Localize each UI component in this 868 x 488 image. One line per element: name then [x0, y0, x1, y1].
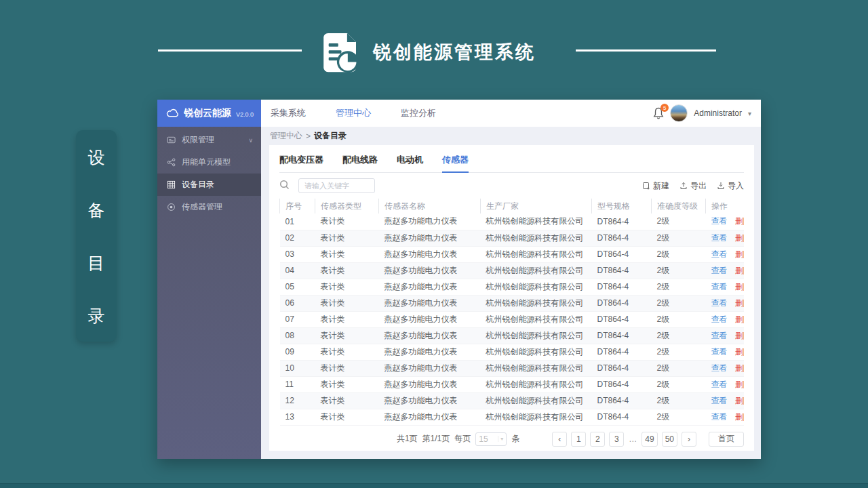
delete-link[interactable]: 删除: [735, 249, 744, 259]
search-icon[interactable]: [279, 180, 290, 192]
view-link[interactable]: 查看: [711, 282, 728, 291]
delete-link[interactable]: 删除: [735, 396, 744, 405]
cell-actions: 查看 删除: [706, 246, 745, 262]
delete-link[interactable]: 删除: [735, 314, 744, 324]
page-number-button[interactable]: 1: [571, 432, 586, 447]
main-area: 采集系统 管理中心 监控分析 5 Administrator ▾ 管理中心 >: [261, 100, 761, 459]
delete-link[interactable]: 删除: [735, 412, 744, 422]
new-button[interactable]: 新建: [642, 180, 669, 192]
import-button[interactable]: 导入: [717, 180, 744, 192]
topbar-right: 5 Administrator ▾: [653, 104, 751, 122]
view-link[interactable]: 查看: [711, 363, 728, 373]
cell-type: 表计类: [315, 279, 379, 295]
sidebar-item-sensor-management[interactable]: 传感器管理: [157, 196, 261, 218]
view-link[interactable]: 查看: [711, 216, 728, 226]
table-header: 序号 传感器类型 传感器名称 生产厂家 型号规格 准确度等级 操作: [280, 199, 745, 214]
delete-link[interactable]: 删除: [735, 331, 744, 340]
col-header-type: 传感器类型: [315, 199, 379, 214]
tab-motor[interactable]: 电动机: [397, 154, 423, 173]
export-button[interactable]: 导出: [679, 180, 707, 192]
avatar[interactable]: [670, 104, 688, 122]
view-link[interactable]: 查看: [711, 314, 728, 324]
nav-management-center[interactable]: 管理中心: [336, 107, 371, 119]
page-number-button[interactable]: 3: [609, 432, 624, 447]
prev-page-button[interactable]: ‹: [552, 432, 567, 447]
cell-manufacturer: 杭州锐创能源科技有限公司: [481, 262, 592, 279]
delete-link[interactable]: 删除: [735, 347, 744, 357]
sidebar-menu: 权限管理 ∨ 用能单元模型 设备目录: [157, 127, 261, 218]
breadcrumb-parent[interactable]: 管理中心: [270, 130, 302, 142]
view-link[interactable]: 查看: [711, 298, 728, 308]
cell-actions: 查看 删除: [706, 327, 745, 344]
view-link[interactable]: 查看: [711, 266, 728, 275]
delete-link[interactable]: 删除: [735, 363, 744, 373]
search-input[interactable]: [298, 178, 375, 193]
notification-badge: 5: [660, 104, 669, 112]
side-label-card: 设 备 目 录: [76, 130, 117, 342]
import-icon: [717, 182, 725, 190]
page-ellipsis: …: [628, 434, 637, 444]
delete-link[interactable]: 删除: [735, 282, 744, 291]
cell-name: 燕赵多功能电力仪表: [379, 392, 481, 409]
cell-no: 05: [280, 279, 315, 295]
table-row: 09 表计类 燕赵多功能电力仪表 杭州锐创能源科技有限公司 DT864-4 2级…: [280, 344, 745, 360]
view-link[interactable]: 查看: [711, 347, 728, 357]
spinner-icon[interactable]: ▾: [498, 436, 503, 442]
tab-power-line[interactable]: 配电线路: [342, 154, 378, 173]
cell-type: 表计类: [315, 295, 379, 311]
tabs: 配电变压器 配电线路 电动机 传感器: [279, 145, 744, 173]
delete-link[interactable]: 删除: [735, 233, 744, 243]
view-link[interactable]: 查看: [711, 380, 728, 389]
page: 锐创能源管理系统 设 备 目 录 锐创云能源 V2.0.0 权限管: [0, 0, 868, 488]
cell-actions: 查看 删除: [706, 409, 745, 425]
nav-collection-system[interactable]: 采集系统: [271, 107, 306, 119]
cell-model: DT864-4: [592, 246, 652, 262]
cell-grade: 2级: [652, 230, 706, 246]
table-row: 02 表计类 燕赵多功能电力仪表 杭州锐创能源科技有限公司 DT864-4 2级…: [280, 230, 745, 246]
delete-link[interactable]: 删除: [735, 380, 744, 389]
table-row: 12 表计类 燕赵多功能电力仪表 杭州锐创能源科技有限公司 DT864-4 2级…: [280, 392, 745, 409]
sidebar-item-permissions[interactable]: 权限管理 ∨: [157, 129, 261, 151]
cell-grade: 2级: [652, 376, 706, 392]
side-label-char: 目: [88, 252, 105, 274]
page-number-button[interactable]: 49: [642, 432, 657, 447]
cell-grade: 2级: [652, 214, 706, 230]
tab-transformer[interactable]: 配电变压器: [279, 154, 323, 173]
delete-link[interactable]: 删除: [735, 298, 744, 308]
cell-type: 表计类: [315, 392, 379, 409]
page-size-input[interactable]: 15 ▾: [475, 432, 507, 446]
breadcrumb-current: 设备目录: [314, 130, 347, 142]
cell-model: DT864-4: [592, 327, 652, 344]
view-link[interactable]: 查看: [711, 412, 728, 422]
delete-link[interactable]: 删除: [735, 266, 744, 275]
side-label-char: 设: [88, 146, 105, 169]
col-header-grade: 准确度等级: [652, 199, 706, 214]
sidebar-item-device-catalog[interactable]: 设备目录: [157, 174, 261, 196]
nav-monitoring-analysis[interactable]: 监控分析: [401, 107, 436, 119]
view-link[interactable]: 查看: [711, 396, 728, 405]
page-number-button[interactable]: 50: [662, 432, 677, 447]
tab-sensor[interactable]: 传感器: [442, 154, 469, 173]
cell-grade: 2级: [652, 246, 706, 262]
view-link[interactable]: 查看: [711, 233, 728, 243]
table-body: 01 表计类 燕赵多功能电力仪表 杭州锐创能源科技有限公司 DT864-4 2级…: [280, 214, 745, 425]
cell-name: 燕赵多功能电力仪表: [379, 344, 481, 360]
cell-name: 燕赵多功能电力仪表: [379, 295, 481, 311]
table-row: 06 表计类 燕赵多功能电力仪表 杭州锐创能源科技有限公司 DT864-4 2级…: [280, 295, 745, 311]
view-link[interactable]: 查看: [711, 249, 728, 259]
page-number-button[interactable]: 2: [590, 432, 605, 447]
view-link[interactable]: 查看: [711, 331, 728, 340]
cell-type: 表计类: [315, 311, 379, 327]
cell-actions: 查看 删除: [706, 360, 745, 376]
cell-name: 燕赵多功能电力仪表: [379, 409, 481, 425]
cell-manufacturer: 杭州锐创能源科技有限公司: [481, 295, 592, 311]
home-page-button[interactable]: 首页: [709, 432, 744, 447]
table-row: 05 表计类 燕赵多功能电力仪表 杭州锐创能源科技有限公司 DT864-4 2级…: [280, 279, 745, 295]
caret-down-icon[interactable]: ▾: [748, 110, 751, 117]
sidebar-item-label: 权限管理: [182, 134, 214, 146]
notification-bell-icon[interactable]: 5: [653, 107, 664, 119]
table-row: 07 表计类 燕赵多功能电力仪表 杭州锐创能源科技有限公司 DT864-4 2级…: [280, 311, 745, 327]
delete-link[interactable]: 删除: [735, 216, 744, 226]
next-page-button[interactable]: ›: [682, 432, 696, 447]
sidebar-item-energy-unit-model[interactable]: 用能单元模型: [157, 151, 261, 174]
